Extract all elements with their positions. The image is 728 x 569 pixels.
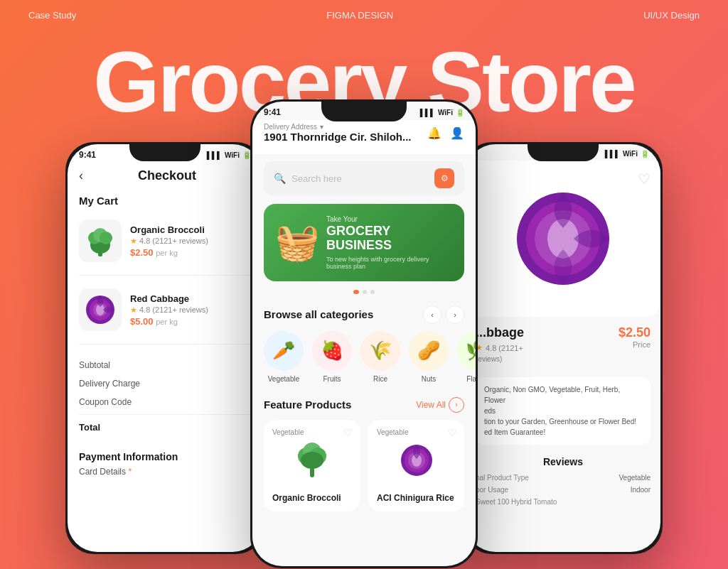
rice-label: Rice: [373, 375, 387, 383]
categories-row: 🥕 Vegetable 🍓 Fruits 🌾 Rice 🥜 Nuts: [252, 331, 476, 383]
feature-title: Feature Products: [264, 399, 351, 411]
category-nuts[interactable]: 🥜 Nuts: [409, 331, 449, 383]
time-left: 9:41: [79, 150, 96, 160]
divider-1: [79, 275, 251, 276]
divider-2: [79, 344, 251, 345]
category-rice[interactable]: 🌾 Rice: [360, 331, 400, 383]
phone-right: ▌▌▌ WiFi 🔋 ♡: [464, 142, 663, 554]
product-cabbage[interactable]: Vegetable ACI Chinigura Ric: [368, 420, 464, 511]
cabbage-details: Red Cabbage ★ 4.8 (2121+ reviews) $5.00 …: [130, 293, 251, 327]
product-name-2: ACI Chinigura Rice: [377, 493, 456, 503]
cabbage-rating: ★ 4.8 (2121+ reviews): [130, 305, 251, 315]
signal-icon-r: ▌▌▌: [605, 150, 620, 158]
summary-delivery: Delivery Charge: [79, 374, 251, 393]
banner-dots: [252, 290, 476, 294]
phones-area: 9:41 ▌▌▌ WiFi 🔋 ‹ Checkout My Cart: [0, 99, 728, 568]
detail-name-row: ...bbage ★ 4.8 (2121+ reviews) $2.50 Pri…: [476, 325, 651, 363]
svg-rect-4: [98, 249, 102, 256]
card-details-field: Card Details *: [79, 467, 251, 477]
search-input[interactable]: Search here: [291, 173, 429, 184]
flakes-label: Flakes: [466, 375, 476, 383]
arrow-left[interactable]: ‹: [423, 305, 441, 324]
broccoli-name: Organic Broccoli: [130, 224, 251, 235]
header-left: Case Study: [28, 10, 76, 21]
arrow-right[interactable]: ›: [446, 305, 464, 324]
detail-screen: ▌▌▌ WiFi 🔋 ♡: [466, 144, 660, 552]
product-img-2: [377, 439, 456, 487]
products-row: Vegetable Organic Broccoli: [252, 420, 476, 511]
categories-header: Browse all categories ‹ ›: [252, 300, 476, 331]
summary-coupon: Coupon Code: [79, 393, 251, 411]
signal-icon-c: ▌▌▌: [420, 109, 435, 116]
header-right: UI/UX Design: [643, 10, 700, 21]
view-all-button[interactable]: View All ›: [416, 397, 464, 413]
cabbage-product-svg: [395, 439, 438, 482]
signal-icon: ▌▌▌: [207, 151, 222, 159]
heart-icon-2[interactable]: ♡: [448, 427, 457, 438]
reviews-title: Reviews: [476, 456, 651, 467]
time-center: 9:41: [264, 107, 281, 117]
broccoli-price: $2.50 per kg: [130, 247, 251, 258]
detail-price-area: $2.50 Price: [619, 325, 651, 349]
address-label: Delivery Address ▾: [264, 123, 412, 131]
promo-banner[interactable]: 🧺 Take Your GROCERY BUSINESS To new heig…: [264, 204, 464, 281]
spec-key-2: oor Usage: [476, 486, 508, 494]
home-content: 9:41 ▌▌▌ WiFi 🔋 Delivery Address ▾: [252, 102, 476, 566]
summary-total: Total: [79, 414, 251, 437]
heart-icon-1[interactable]: ♡: [343, 427, 353, 438]
product-tag-1: Vegetable: [272, 428, 351, 436]
checkout-content: 9:41 ▌▌▌ WiFi 🔋 ‹ Checkout My Cart: [68, 144, 262, 552]
nuts-label: Nuts: [422, 375, 437, 383]
feature-section: Feature Products View All › Vegetable: [252, 383, 476, 511]
user-icon[interactable]: 👤: [450, 126, 464, 140]
cabbage-name: Red Cabbage: [130, 293, 251, 304]
category-fruits[interactable]: 🍓 Fruits: [312, 331, 352, 383]
broccoli-svg: [82, 222, 119, 259]
spec-key-1: nal Product Type: [476, 474, 529, 482]
checkout-header: ‹ Checkout: [68, 163, 262, 192]
desc-line-2: eds: [484, 406, 642, 416]
banner-desc: To new heights with grocery delivery bus…: [326, 256, 453, 270]
veg-circle: 🥕: [264, 331, 304, 371]
reviews-section: Reviews nal Product Type Vegetable oor U…: [466, 450, 660, 514]
notch-right: [528, 144, 599, 161]
broccoli-rating: ★ 4.8 (2121+ reviews): [130, 237, 251, 246]
dot-2[interactable]: [363, 290, 367, 294]
wifi-icon: WiFi: [225, 151, 240, 159]
star-icon: ★: [130, 237, 137, 246]
header-bar: Case Study FIGMA DESIGN UI/UX Design: [0, 0, 728, 31]
broccoli-image: [79, 220, 122, 262]
notch-left: [129, 144, 200, 161]
required-mark: *: [128, 467, 132, 477]
address-value: 1901 Thornridge Cir. Shiloh...: [264, 131, 412, 143]
detail-name-area: ...bbage ★ 4.8 (2121+ reviews): [476, 325, 524, 363]
checkout-summary: Subtotal Delivery Charge Coupon Code Tot…: [68, 350, 262, 443]
address-row: Delivery Address ▾ 1901 Thornridge Cir. …: [264, 123, 464, 143]
product-name-1: Organic Broccoli: [272, 493, 351, 503]
dot-1[interactable]: [353, 290, 359, 294]
view-all-arrow: ›: [449, 397, 464, 413]
detail-reviews-suffix: reviews): [476, 355, 524, 363]
notch-center: [321, 102, 407, 121]
product-broccoli[interactable]: Vegetable Organic Broccoli: [264, 420, 360, 511]
header-center: FIGMA DESIGN: [326, 10, 393, 21]
desc-line-4: ed Item Guarantee!: [484, 427, 642, 438]
detail-price-label: Price: [619, 340, 651, 349]
desc-line-1: Organic, Non GMO, Vegetable, Fruit, Herb…: [484, 384, 642, 406]
favorite-button[interactable]: ♡: [638, 170, 651, 188]
product-description: Organic, Non GMO, Vegetable, Fruit, Herb…: [476, 377, 651, 445]
dot-3[interactable]: [370, 290, 375, 294]
filter-button[interactable]: ⚙: [434, 168, 454, 188]
category-vegetable[interactable]: 🥕 Vegetable: [264, 331, 304, 383]
category-flakes[interactable]: 🌿 Flakes: [457, 331, 476, 383]
search-bar[interactable]: 🔍 Search here ⚙: [264, 161, 464, 195]
nuts-circle: 🥜: [409, 331, 449, 371]
spec-row-2: oor Usage Indoor: [476, 484, 651, 496]
spec-row-3: Sweet 100 Hybrid Tomato: [476, 496, 651, 508]
fruit-label: Fruits: [323, 375, 341, 383]
nav-arrows: ‹ ›: [423, 305, 464, 324]
checkout-screen: 9:41 ▌▌▌ WiFi 🔋 ‹ Checkout My Cart: [68, 144, 262, 552]
broccoli-details: Organic Broccoli ★ 4.8 (2121+ reviews) $…: [130, 224, 251, 258]
bell-icon[interactable]: 🔔: [427, 126, 441, 140]
detail-cabbage-svg: [506, 182, 620, 296]
